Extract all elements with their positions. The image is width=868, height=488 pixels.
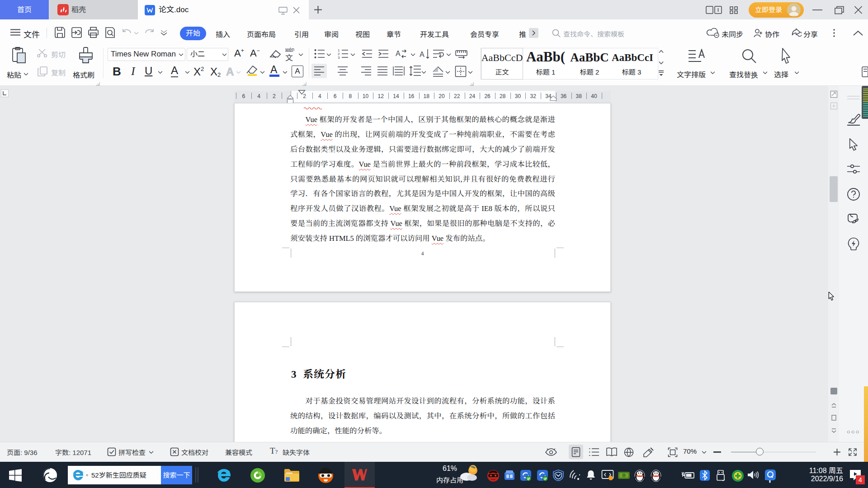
svg-text:A: A (420, 51, 425, 58)
svg-text:3: 3 (338, 56, 340, 59)
svg-text:A: A (396, 50, 401, 57)
